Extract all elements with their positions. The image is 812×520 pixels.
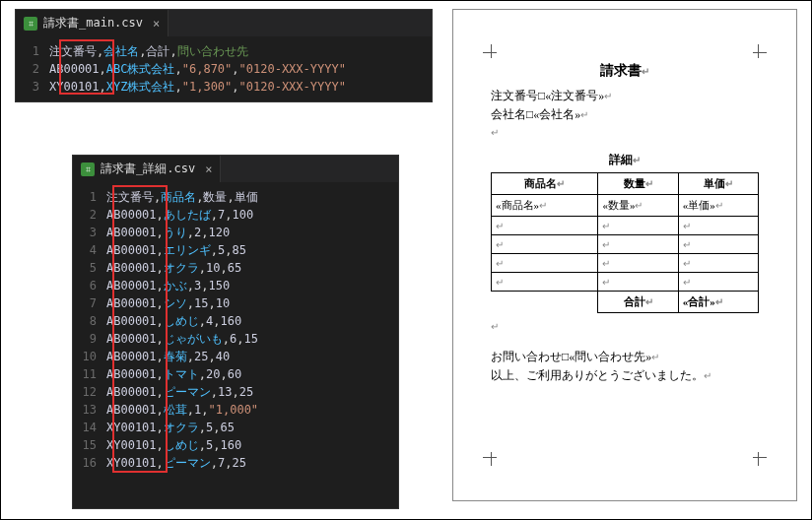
- doc-footer: お問い合わせ□«問い合わせ先»↵ 以上、ご利用ありがとうございました。↵: [491, 348, 759, 385]
- code-line: 10AB00001,春菊,25,40: [73, 348, 398, 365]
- code-area-main[interactable]: 1注文番号,会社名,合計,問い合わせ先2AB00001,ABC株式会社,"6,8…: [16, 36, 432, 101]
- table-row: ↵↵↵: [492, 217, 759, 235]
- code-line: 13AB00001,松茸,1,"1,000": [73, 401, 398, 419]
- code-line: 1注文番号,商品名,数量,単価: [73, 188, 398, 206]
- document-preview: 請求書↵ 注文番号□«注文番号»↵ 会社名□«会社名»↵ ↵ 詳細↵ 商品名↵ …: [452, 9, 797, 501]
- tab-main-csv[interactable]: ⌗ 請求書_main.csv ×: [16, 10, 169, 36]
- table-row: ↵↵↵: [492, 254, 759, 273]
- code-line: 7AB00001,シソ,15,10: [73, 294, 398, 312]
- order-line: 注文番号□«注文番号»↵: [491, 88, 759, 104]
- code-area-detail[interactable]: 1注文番号,商品名,数量,単価2AB00001,あしたば,7,1003AB000…: [73, 182, 398, 478]
- close-icon[interactable]: ×: [153, 17, 160, 31]
- detail-heading: 詳細↵: [491, 152, 759, 168]
- file-icon: ⌗: [81, 162, 95, 176]
- editor-main-csv: ⌗ 請求書_main.csv × 1注文番号,会社名,合計,問い合わせ先2AB0…: [15, 9, 433, 102]
- tab-detail-csv[interactable]: ⌗ 請求書_詳細.csv ×: [73, 156, 221, 182]
- total-row: 合計↵ «合計»↵: [492, 292, 759, 313]
- code-line: 16XY00101,ピーマン,7,25: [73, 454, 398, 472]
- code-line: 9AB00001,じゃがいも,6,15: [73, 330, 398, 348]
- crop-mark-icon: [747, 446, 767, 466]
- company-line: 会社名□«会社名»↵: [491, 106, 759, 123]
- table-row: «商品名»↵ «数量»↵ «単価»↵: [492, 195, 759, 217]
- editor-detail-csv: ⌗ 請求書_詳細.csv × 1注文番号,商品名,数量,単価2AB00001,あ…: [72, 155, 399, 509]
- tab-bar: ⌗ 請求書_main.csv ×: [16, 10, 432, 36]
- code-line: 1注文番号,会社名,合計,問い合わせ先: [16, 42, 432, 60]
- detail-table: 商品名↵ 数量↵ 単価↵ «商品名»↵ «数量»↵ «単価»↵ ↵↵↵ ↵↵↵ …: [491, 172, 759, 313]
- table-row: ↵↵↵: [492, 235, 759, 254]
- table-header-row: 商品名↵ 数量↵ 単価↵: [492, 173, 759, 195]
- crop-mark-icon: [483, 44, 503, 64]
- document-page: 請求書↵ 注文番号□«注文番号»↵ 会社名□«会社名»↵ ↵ 詳細↵ 商品名↵ …: [477, 38, 773, 472]
- tab-bar: ⌗ 請求書_詳細.csv ×: [73, 156, 398, 182]
- code-line: 3AB00001,うり,2,120: [73, 224, 398, 241]
- code-line: 4AB00001,エリンギ,5,85: [73, 241, 398, 259]
- code-line: 6AB00001,かぶ,3,150: [73, 277, 398, 294]
- close-icon[interactable]: ×: [205, 162, 212, 176]
- crop-mark-icon: [483, 446, 503, 466]
- crop-mark-icon: [747, 44, 767, 64]
- code-line: 2AB00001,あしたば,7,100: [73, 206, 398, 224]
- code-line: 14XY00101,オクラ,5,65: [73, 419, 398, 436]
- code-line: 11AB00001,トマト,20,60: [73, 365, 398, 383]
- doc-title: 請求書↵: [491, 62, 759, 80]
- file-icon: ⌗: [24, 17, 37, 31]
- code-line: 12AB00001,ピーマン,13,25: [73, 383, 398, 401]
- code-line: 8AB00001,しめじ,4,160: [73, 312, 398, 330]
- table-row: ↵↵↵: [492, 273, 759, 292]
- code-line: 15XY00101,しめじ,5,160: [73, 436, 398, 454]
- code-line: 5AB00001,オクラ,10,65: [73, 259, 398, 277]
- tab-label: 請求書_main.csv: [43, 15, 143, 32]
- code-line: 2AB00001,ABC株式会社,"6,870","0120-XXX-YYYY": [16, 60, 432, 78]
- code-line: 3XY00101,XYZ株式会社,"1,300","0120-XXX-YYYY": [16, 78, 432, 96]
- tab-label: 請求書_詳細.csv: [101, 161, 195, 177]
